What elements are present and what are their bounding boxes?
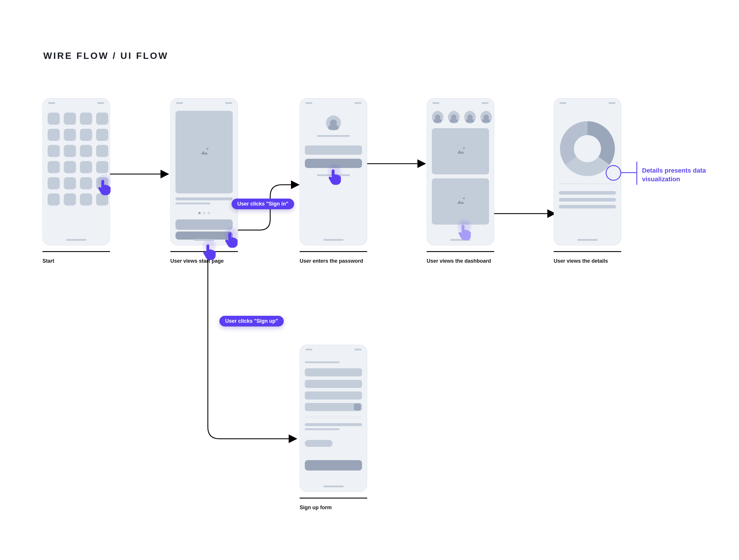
hero-image-placeholder: [175, 111, 233, 193]
status-bar: [560, 102, 615, 105]
dashboard-card-2[interactable]: [432, 178, 489, 225]
status-bar: [176, 102, 232, 105]
input-field[interactable]: [305, 391, 362, 400]
app-icon[interactable]: [80, 145, 92, 157]
field-action-icon[interactable]: [354, 404, 361, 410]
detail-row: [559, 198, 616, 201]
tap-cursor-icon: [201, 242, 216, 260]
app-icon[interactable]: [80, 177, 92, 189]
tap-cursor-icon: [97, 177, 112, 196]
input-field-with-action[interactable]: [305, 403, 362, 411]
sign-in-button[interactable]: [175, 220, 233, 230]
home-indicator: [194, 239, 214, 241]
story-avatar[interactable]: [448, 111, 460, 124]
status-bar: [305, 102, 361, 105]
app-icon[interactable]: [64, 193, 76, 205]
text-line: [305, 428, 339, 430]
avatar-placeholder: [326, 116, 341, 130]
detail-row: [559, 205, 616, 208]
app-icon[interactable]: [48, 113, 60, 125]
app-icon[interactable]: [80, 193, 92, 205]
text-line: [175, 202, 210, 204]
app-icon[interactable]: [48, 129, 60, 141]
story-avatar[interactable]: [480, 111, 492, 124]
home-indicator: [66, 239, 86, 241]
image-glyph-icon: [201, 150, 207, 154]
caption-dashboard: User views the dashboard: [427, 258, 491, 264]
rule: [554, 251, 621, 252]
app-icon[interactable]: [48, 161, 60, 173]
person-icon: [330, 120, 337, 126]
person-icon: [451, 115, 457, 120]
story-avatar[interactable]: [464, 111, 476, 124]
action-chip-signup: User clicks "Sign up": [219, 316, 284, 326]
input-field[interactable]: [305, 368, 362, 377]
app-icon[interactable]: [64, 113, 76, 125]
annotation-details: Details presents data visualization: [642, 166, 729, 183]
home-indicator: [577, 239, 598, 241]
app-icon[interactable]: [64, 177, 76, 189]
person-icon: [467, 115, 473, 120]
screen-start-page: [170, 98, 238, 245]
stories-row[interactable]: [432, 111, 492, 124]
rule: [427, 251, 494, 252]
screen-start: [42, 98, 110, 245]
status-bar: [432, 102, 488, 105]
rule: [42, 251, 110, 252]
app-icon[interactable]: [80, 129, 92, 141]
image-glyph-icon: [457, 149, 464, 154]
home-indicator: [323, 485, 343, 487]
tap-cursor-icon: [457, 222, 472, 241]
person-icon: [435, 115, 441, 120]
detail-row: [559, 191, 616, 194]
app-icon[interactable]: [48, 193, 60, 205]
app-icon[interactable]: [96, 145, 108, 157]
status-bar: [305, 349, 361, 351]
caption-details: User views the details: [554, 258, 608, 264]
image-glyph-icon: [457, 199, 464, 204]
app-icon[interactable]: [96, 161, 108, 173]
app-icon[interactable]: [64, 129, 76, 141]
home-indicator: [323, 239, 343, 241]
rule: [300, 498, 367, 499]
app-icon[interactable]: [48, 177, 60, 189]
text-line: [175, 197, 233, 200]
diagram-canvas: WIRE FLOW / UI FLOW: [0, 0, 739, 560]
divider: [305, 417, 362, 417]
divider: [559, 183, 616, 184]
screen-signup-form: [300, 345, 367, 492]
input-field[interactable]: [305, 380, 362, 388]
annotation-ring-icon: [606, 165, 621, 181]
app-icon[interactable]: [80, 161, 92, 173]
rule: [300, 251, 367, 252]
donut-chart: [560, 121, 615, 176]
story-avatar[interactable]: [432, 111, 443, 124]
caption-enter-password: User enters the password: [300, 258, 363, 264]
secondary-chip[interactable]: [305, 440, 332, 447]
form-title-line: [305, 362, 339, 363]
app-icon[interactable]: [96, 129, 108, 141]
app-icon[interactable]: [64, 161, 76, 173]
username-line: [317, 135, 350, 137]
caption-start: Start: [42, 258, 54, 264]
app-icon[interactable]: [64, 145, 76, 157]
pager-dots: [170, 212, 238, 214]
password-field[interactable]: [305, 145, 362, 155]
tap-cursor-icon: [224, 230, 239, 248]
status-bar: [48, 102, 104, 105]
submit-signup-button[interactable]: [305, 460, 362, 470]
tap-cursor-icon: [327, 167, 342, 185]
app-icon[interactable]: [48, 145, 60, 157]
dashboard-card-1[interactable]: [432, 128, 489, 174]
action-chip-signin: User clicks "Sign in": [232, 198, 294, 209]
app-icon[interactable]: [96, 113, 108, 125]
arrows-layer: [0, 0, 739, 560]
annotation-text: Details presents data visualization: [642, 167, 706, 183]
caption-signup: Sign up form: [300, 504, 332, 511]
text-line: [305, 423, 362, 426]
page-title: WIRE FLOW / UI FLOW: [43, 50, 169, 61]
person-icon: [483, 115, 489, 120]
app-icon[interactable]: [80, 113, 92, 125]
